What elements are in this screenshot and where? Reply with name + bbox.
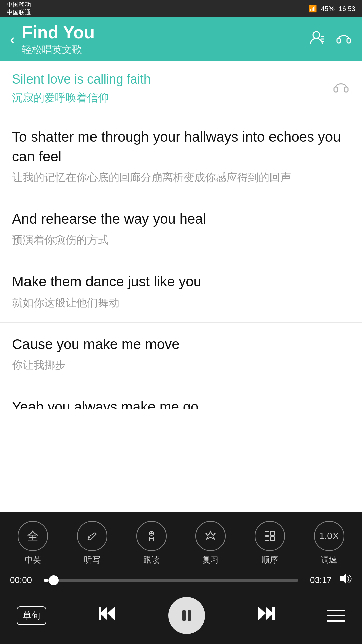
- mode-btn-label-speed: 调速: [321, 554, 337, 565]
- svg-point-0: [313, 32, 320, 38]
- battery-text: 45%: [321, 5, 335, 13]
- partial-lyric-item: Yeah you always make me go: [0, 385, 362, 409]
- mode-btn-read-along[interactable]: 跟读: [136, 521, 167, 565]
- svg-rect-6: [334, 87, 338, 92]
- app-subtitle: 轻松唱英文歌: [22, 43, 309, 57]
- mode-btn-label-sequence: 顺序: [262, 554, 278, 565]
- pause-button[interactable]: [168, 597, 205, 634]
- single-sentence-button[interactable]: 单句: [17, 606, 46, 625]
- svg-rect-20: [182, 610, 186, 621]
- signal-icon: 📶: [309, 5, 317, 13]
- current-time: 00:00: [10, 575, 37, 585]
- next-button[interactable]: [256, 603, 276, 628]
- svg-rect-14: [265, 537, 269, 541]
- active-lyric-item[interactable]: Silent love is calling faith 沉寂的爱呼唤着信仰: [0, 61, 362, 115]
- mode-btn-circle-dictation: [77, 521, 107, 551]
- lyric-english: To shatter me through your hallways into…: [12, 127, 350, 167]
- playback-controls: 单句: [0, 592, 362, 644]
- svg-rect-13: [270, 531, 275, 535]
- svg-marker-16: [341, 574, 346, 583]
- carrier-info: 中国移动 中国联通: [7, 1, 31, 17]
- lyric-chinese: 就如你这般让他们舞动: [12, 295, 350, 310]
- svg-marker-17: [107, 607, 115, 620]
- partial-lyric-english: Yeah you always make me go: [12, 397, 350, 409]
- menu-button[interactable]: [327, 610, 345, 622]
- progress-bar[interactable]: [44, 579, 298, 582]
- mode-btn-review[interactable]: 复习: [195, 521, 226, 565]
- svg-rect-5: [347, 38, 350, 43]
- header-title-block: Find You 轻松唱英文歌: [22, 22, 309, 56]
- svg-marker-22: [258, 607, 266, 620]
- status-right: 📶 45% 16:53: [309, 5, 355, 13]
- headphone-icon[interactable]: [335, 29, 352, 50]
- lyric-english: And rehearse the way you heal: [12, 209, 350, 229]
- lyric-item[interactable]: Make them dance just like you 就如你这般让他们舞动: [0, 260, 362, 323]
- song-title: Find You: [22, 22, 309, 43]
- menu-line-2: [327, 615, 345, 616]
- mode-btn-circle-speed: 1.0X: [314, 521, 344, 551]
- lyrics-content: Silent love is calling faith 沉寂的爱呼唤着信仰 T…: [0, 61, 362, 543]
- lyric-item[interactable]: To shatter me through your hallways into…: [0, 115, 362, 197]
- header-icons: [309, 29, 352, 50]
- svg-rect-12: [265, 531, 269, 535]
- volume-icon[interactable]: [339, 572, 352, 588]
- total-time: 03:17: [305, 575, 332, 585]
- mode-buttons-row: 全 中英 听写 跟读: [0, 512, 362, 569]
- active-lyric-chinese: 沉寂的爱呼唤着信仰: [12, 90, 325, 105]
- mode-btn-circle-read-along: [136, 521, 167, 551]
- lyric-english: Cause you make me move: [12, 335, 350, 355]
- header: ‹ Find You 轻松唱英文歌: [0, 17, 362, 61]
- lyric-english: Make them dance just like you: [12, 272, 350, 292]
- bottom-panel: 全 中英 听写 跟读: [0, 512, 362, 644]
- svg-rect-24: [272, 607, 275, 620]
- svg-point-11: [150, 532, 153, 534]
- progress-fill: [44, 579, 49, 582]
- mode-btn-circle-zh-en: 全: [18, 521, 48, 551]
- lyric-item[interactable]: Cause you make me move 你让我挪步: [0, 323, 362, 385]
- back-button[interactable]: ‹: [10, 31, 15, 48]
- svg-rect-4: [337, 38, 340, 43]
- svg-rect-15: [270, 537, 275, 541]
- mode-btn-label-dictation: 听写: [84, 554, 100, 565]
- active-lyric-english: Silent love is calling faith: [12, 70, 325, 88]
- menu-line-3: [327, 620, 345, 622]
- time-display: 16:53: [339, 5, 355, 13]
- progress-knob[interactable]: [49, 575, 59, 585]
- mode-btn-speed[interactable]: 1.0X 调速: [314, 521, 344, 565]
- svg-rect-7: [344, 87, 348, 92]
- mode-btn-label-zh-en: 中英: [25, 554, 41, 565]
- lyric-item[interactable]: And rehearse the way you heal 预演着你愈伤的方式: [0, 197, 362, 260]
- lyric-chinese: 让我的记忆在你心底的回廊分崩离析变成你感应得到的回声: [12, 170, 350, 185]
- svg-rect-19: [99, 607, 101, 620]
- svg-rect-21: [188, 610, 191, 621]
- lyric-chinese: 你让我挪步: [12, 358, 350, 373]
- prev-button[interactable]: [97, 603, 117, 628]
- status-bar: 中国移动 中国联通 📶 45% 16:53: [0, 0, 362, 17]
- profile-icon[interactable]: [309, 30, 325, 49]
- mode-btn-label-read-along: 跟读: [143, 554, 160, 565]
- svg-line-8: [89, 537, 90, 538]
- mode-btn-label-review: 复习: [202, 554, 219, 565]
- menu-line-1: [327, 610, 345, 611]
- lyric-chinese: 预演着你愈伤的方式: [12, 232, 350, 248]
- progress-row: 00:00 03:17: [0, 569, 362, 592]
- mode-btn-sequence[interactable]: 顺序: [255, 521, 285, 565]
- active-lyric-text: Silent love is calling faith 沉寂的爱呼唤着信仰: [12, 70, 325, 105]
- mode-btn-zh-en[interactable]: 全 中英: [18, 521, 48, 565]
- active-headphone-icon: [332, 77, 350, 99]
- mode-btn-circle-review: [195, 521, 226, 551]
- mode-btn-dictation[interactable]: 听写: [77, 521, 107, 565]
- mode-btn-circle-sequence: [255, 521, 285, 551]
